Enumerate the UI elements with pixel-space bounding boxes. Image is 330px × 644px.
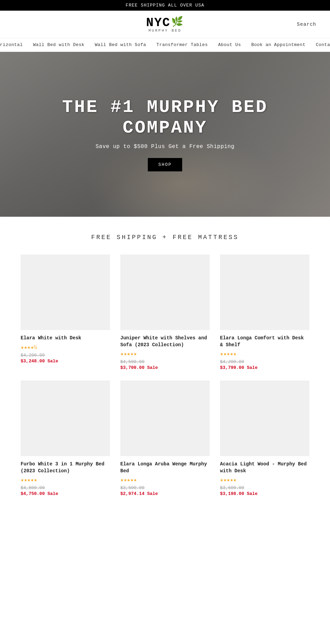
product-original-price: $4,200.00	[21, 353, 110, 358]
hero-subtitle: Save up to $500 Plus Get a Free Shipping	[45, 144, 285, 150]
hero-title: THE #1 MURPHY BED COMPANY	[45, 97, 285, 138]
product-name: Elara White with Desk	[21, 335, 110, 342]
product-sale-price: $3,198.00 Sale	[220, 491, 309, 496]
product-stars: ★★★★★	[220, 476, 309, 483]
product-card[interactable]: Elara Longa Aruba Wenge Murphy Bed★★★★★$…	[120, 381, 210, 496]
search-button[interactable]: Search	[297, 22, 316, 27]
product-original-price: $4,200.00	[220, 359, 309, 364]
nav-item-wall-bed-with-sofa[interactable]: Wall Bed with Sofa	[95, 42, 146, 47]
product-card[interactable]: Juniper White with Shelves and Sofa (202…	[120, 255, 210, 370]
product-sale-price: $3,799.00 Sale	[220, 365, 309, 370]
product-sale-price: $3,700.00 Sale	[120, 365, 210, 370]
hero-section: THE #1 MURPHY BED COMPANY Save up to $50…	[0, 52, 330, 217]
product-image	[120, 381, 210, 456]
nav-item-contact[interactable]: Contact	[316, 42, 330, 47]
product-image	[220, 255, 309, 330]
product-card[interactable]: Elara White with Desk★★★★½$4,200.00$3,24…	[21, 255, 110, 370]
product-image	[220, 381, 309, 456]
product-card[interactable]: Elara Longa Comfort with Desk & Shelf★★★…	[220, 255, 309, 370]
product-stars: ★★★★★	[120, 350, 210, 357]
products-section: FREE SHIPPING + FREE MATTRESS Elara Whit…	[0, 217, 330, 513]
logo-text: NYC 🌿	[146, 16, 184, 30]
product-image	[21, 255, 110, 330]
product-original-price: $4,500.00	[120, 359, 210, 364]
logo-icon: 🌿	[171, 16, 184, 27]
logo-nyc: NYC	[146, 16, 170, 30]
product-stars: ★★★★★	[21, 476, 110, 483]
product-name: Elara Longa Comfort with Desk & Shelf	[220, 335, 309, 348]
main-nav: HorizontalWall Bed with DeskWall Bed wit…	[0, 38, 330, 52]
product-image	[120, 255, 210, 330]
nav-item-about-us[interactable]: About Us	[218, 42, 241, 47]
nav-item-horizontal[interactable]: Horizontal	[0, 42, 23, 47]
hero-shop-button[interactable]: SHOP	[148, 158, 182, 171]
product-original-price: $3,500.00	[120, 485, 210, 490]
product-card[interactable]: Acacia Light Wood - Murphy Bed with Desk…	[220, 381, 309, 496]
product-image	[21, 381, 110, 456]
nav-item-transformer-tables[interactable]: Transformer Tables	[156, 42, 208, 47]
product-original-price: $4,800.00	[21, 485, 110, 490]
product-stars: ★★★★½	[21, 344, 110, 351]
header: NYC 🌿 MURPHY BED Search	[0, 11, 330, 38]
hero-content: THE #1 MURPHY BED COMPANY Save up to $50…	[45, 97, 285, 172]
product-card[interactable]: Furbo White 3 in 1 Murphy Bed (2023 Coll…	[21, 381, 110, 496]
product-stars: ★★★★★	[120, 476, 210, 483]
top-banner-text: FREE SHIPPING ALL OVER USA	[126, 3, 205, 8]
product-sale-price: $3,248.00 Sale	[21, 359, 110, 364]
products-grid: Elara White with Desk★★★★½$4,200.00$3,24…	[21, 255, 309, 496]
logo[interactable]: NYC 🌿 MURPHY BED	[146, 16, 184, 33]
logo-subtitle: MURPHY BED	[148, 29, 182, 33]
product-name: Furbo White 3 in 1 Murphy Bed (2023 Coll…	[21, 461, 110, 474]
product-name: Elara Longa Aruba Wenge Murphy Bed	[120, 461, 210, 474]
product-sale-price: $2,974.14 Sale	[120, 491, 210, 496]
product-stars: ★★★★★	[220, 350, 309, 357]
section-title: FREE SHIPPING + FREE MATTRESS	[21, 234, 309, 241]
product-name: Acacia Light Wood - Murphy Bed with Desk	[220, 461, 309, 474]
product-sale-price: $4,750.00 Sale	[21, 491, 110, 496]
top-banner: FREE SHIPPING ALL OVER USA	[0, 0, 330, 11]
product-name: Juniper White with Shelves and Sofa (202…	[120, 335, 210, 348]
nav-item-book-an-appointment[interactable]: Book an Appointment	[251, 42, 306, 47]
product-original-price: $3,600.00	[220, 485, 309, 490]
nav-item-wall-bed-with-desk[interactable]: Wall Bed with Desk	[33, 42, 84, 47]
